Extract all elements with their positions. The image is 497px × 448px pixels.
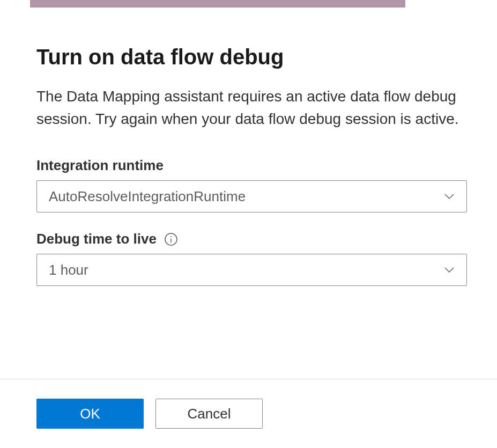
debug-ttl-select[interactable]: 1 hour bbox=[36, 254, 467, 286]
dialog-title: Turn on data flow debug bbox=[36, 45, 467, 69]
chevron-down-icon bbox=[444, 265, 455, 275]
dialog-description: The Data Mapping assistant requires an a… bbox=[36, 85, 467, 130]
integration-runtime-field: Integration runtime AutoResolveIntegrati… bbox=[36, 157, 467, 212]
cancel-button[interactable]: Cancel bbox=[155, 399, 263, 429]
integration-runtime-value: AutoResolveIntegrationRuntime bbox=[49, 188, 246, 205]
info-icon[interactable] bbox=[164, 232, 178, 246]
svg-point-1 bbox=[170, 236, 172, 237]
debug-ttl-label: Debug time to live bbox=[36, 231, 157, 247]
debug-ttl-value: 1 hour bbox=[49, 262, 88, 278]
dialog-body: Turn on data flow debug The Data Mapping… bbox=[0, 8, 497, 286]
dialog-footer: OK Cancel bbox=[0, 379, 497, 448]
dialog-accent-bar bbox=[30, 0, 405, 8]
chevron-down-icon bbox=[444, 191, 455, 202]
ok-button[interactable]: OK bbox=[36, 399, 144, 429]
integration-runtime-label: Integration runtime bbox=[36, 157, 164, 174]
integration-runtime-select[interactable]: AutoResolveIntegrationRuntime bbox=[36, 180, 467, 212]
debug-ttl-field: Debug time to live 1 hour bbox=[36, 231, 467, 286]
